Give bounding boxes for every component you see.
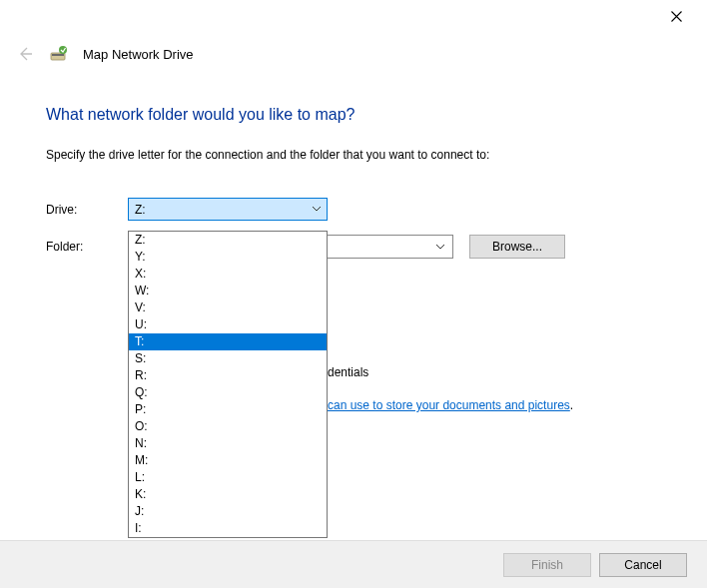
dialog-footer: Finish Cancel: [0, 540, 707, 588]
dropdown-item[interactable]: Z:: [129, 232, 327, 249]
website-link[interactable]: can use to store your documents and pict…: [328, 398, 573, 412]
dropdown-item[interactable]: I:: [129, 520, 327, 537]
page-heading: What network folder would you like to ma…: [46, 106, 661, 124]
dropdown-item[interactable]: Y:: [129, 249, 327, 266]
dropdown-item[interactable]: L:: [129, 469, 327, 486]
close-button[interactable]: [663, 6, 689, 26]
drive-label: Drive:: [46, 203, 128, 217]
dropdown-item[interactable]: U:: [129, 316, 327, 333]
cancel-button[interactable]: Cancel: [599, 553, 687, 577]
page-subtext: Specify the drive letter for the connect…: [46, 148, 661, 162]
dropdown-item[interactable]: O:: [129, 418, 327, 435]
svg-rect-1: [52, 54, 64, 56]
credentials-text-fragment: dentials: [328, 365, 368, 379]
dropdown-item[interactable]: W:: [129, 283, 327, 299]
dropdown-item[interactable]: S:: [129, 350, 327, 367]
drive-combobox[interactable]: Z:: [128, 198, 328, 221]
dropdown-item[interactable]: J:: [129, 503, 327, 520]
dropdown-item[interactable]: R:: [129, 367, 327, 384]
drive-selected-value: Z:: [135, 203, 146, 217]
chevron-down-icon: [434, 241, 446, 253]
dropdown-item[interactable]: Q:: [129, 384, 327, 401]
back-button: [15, 44, 35, 64]
finish-button: Finish: [503, 553, 591, 577]
dropdown-item[interactable]: V:: [129, 299, 327, 316]
close-icon: [671, 11, 682, 22]
dropdown-item[interactable]: P:: [129, 401, 327, 418]
network-drive-icon: [49, 44, 69, 64]
window-title: Map Network Drive: [83, 47, 194, 62]
dropdown-item[interactable]: M:: [129, 452, 327, 469]
dropdown-item[interactable]: T:: [129, 333, 327, 350]
browse-button[interactable]: Browse...: [469, 235, 565, 259]
folder-label: Folder:: [46, 240, 128, 254]
dropdown-item[interactable]: K:: [129, 486, 327, 503]
back-arrow-icon: [17, 46, 33, 62]
chevron-down-icon: [311, 204, 323, 216]
dropdown-item[interactable]: X:: [129, 266, 327, 283]
dropdown-item[interactable]: N:: [129, 435, 327, 452]
drive-dropdown-list[interactable]: Z:Y:X:W:V:U:T:S:R:Q:P:O:N:M:L:K:J:I:: [128, 231, 328, 538]
